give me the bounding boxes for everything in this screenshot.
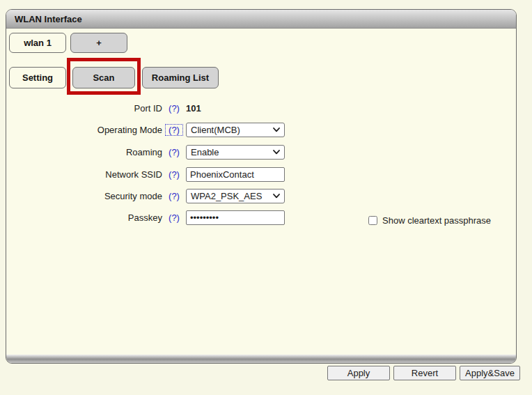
operating-mode-select[interactable]: Client(MCB) xyxy=(186,123,285,137)
roaming-select[interactable]: Enable xyxy=(186,145,285,160)
wlan-tab-row: wlan 1 + xyxy=(9,33,127,53)
tab-setting[interactable]: Setting xyxy=(9,67,66,88)
security-mode-selected-value: WPA2_PSK_AES xyxy=(191,191,262,201)
roaming-help-link[interactable]: (?) xyxy=(166,147,182,157)
passkey-input[interactable] xyxy=(186,210,285,225)
network-ssid-label: Network SSID xyxy=(6,169,162,180)
port-id-value: 101 xyxy=(186,103,201,114)
scan-highlight-red-box: Scan xyxy=(67,58,141,95)
roaming-label: Roaming xyxy=(6,147,162,157)
action-button-row: Apply Revert Apply&Save xyxy=(327,366,520,380)
chevron-down-icon xyxy=(273,127,280,132)
wlan-interface-panel: WLAN Interface wlan 1 + Setting Scan Roa… xyxy=(6,9,517,364)
apply-save-button[interactable]: Apply&Save xyxy=(460,366,520,380)
revert-button[interactable]: Revert xyxy=(393,366,456,380)
security-mode-select[interactable]: WPA2_PSK_AES xyxy=(186,189,285,203)
operating-mode-selected-value: Client(MCB) xyxy=(191,125,240,135)
passkey-help-link[interactable]: (?) xyxy=(166,212,182,223)
form-row-network-ssid: Network SSID (?) xyxy=(6,167,285,182)
tab-roaming-list[interactable]: Roaming List xyxy=(142,67,219,88)
operating-mode-label: Operating Mode xyxy=(6,125,162,135)
form-row-roaming: Roaming (?) Enable xyxy=(6,145,285,160)
show-passphrase-checkbox[interactable] xyxy=(368,216,377,225)
form-row-security-mode: Security mode (?) WPA2_PSK_AES xyxy=(6,189,285,203)
network-ssid-input[interactable] xyxy=(186,167,285,182)
form-row-port-id: Port ID (?) 101 xyxy=(6,101,201,116)
port-id-label: Port ID xyxy=(6,103,162,114)
form-row-passkey: Passkey (?) xyxy=(6,210,285,225)
show-passphrase-label: Show cleartext passphrase xyxy=(382,215,491,226)
tab-wlan-1[interactable]: wlan 1 xyxy=(9,33,66,53)
panel-bottom-edge xyxy=(6,355,516,363)
passkey-label: Passkey xyxy=(6,212,162,223)
security-mode-label: Security mode xyxy=(6,191,162,201)
form-row-operating-mode: Operating Mode (?) Client(MCB) xyxy=(6,123,285,137)
operating-mode-help-link[interactable]: (?) xyxy=(166,125,182,135)
network-ssid-help-link[interactable]: (?) xyxy=(166,169,182,180)
panel-title: WLAN Interface xyxy=(6,10,516,29)
show-passphrase-row: Show cleartext passphrase xyxy=(368,213,491,228)
tab-scan[interactable]: Scan xyxy=(72,67,135,88)
port-id-help-link[interactable]: (?) xyxy=(166,103,182,114)
roaming-selected-value: Enable xyxy=(191,147,219,157)
chevron-down-icon xyxy=(273,194,280,199)
chevron-down-icon xyxy=(273,150,280,155)
add-wlan-tab-button[interactable]: + xyxy=(70,33,127,53)
apply-button[interactable]: Apply xyxy=(327,366,390,380)
security-mode-help-link[interactable]: (?) xyxy=(166,191,182,201)
